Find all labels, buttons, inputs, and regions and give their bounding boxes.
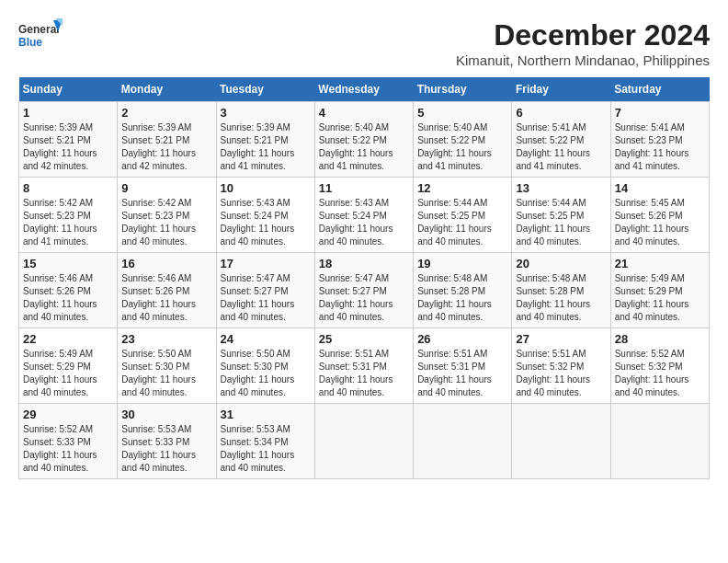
day-info: Sunrise: 5:42 AMSunset: 5:23 PMDaylight:… — [23, 198, 97, 247]
day-info: Sunrise: 5:41 AMSunset: 5:22 PMDaylight:… — [516, 122, 590, 171]
day-info: Sunrise: 5:43 AMSunset: 5:24 PMDaylight:… — [319, 198, 393, 247]
calendar-cell: 16Sunrise: 5:46 AMSunset: 5:26 PMDayligh… — [118, 253, 216, 328]
calendar-cell — [610, 404, 709, 479]
day-info: Sunrise: 5:42 AMSunset: 5:23 PMDaylight:… — [121, 198, 196, 247]
day-number: 8 — [23, 181, 113, 195]
day-info: Sunrise: 5:45 AMSunset: 5:26 PMDaylight:… — [615, 198, 689, 247]
day-number: 6 — [516, 106, 606, 120]
day-number: 3 — [221, 106, 311, 120]
day-info: Sunrise: 5:53 AMSunset: 5:34 PMDaylight:… — [221, 424, 295, 473]
calendar-cell: 28Sunrise: 5:52 AMSunset: 5:32 PMDayligh… — [610, 328, 709, 404]
calendar-row: 29Sunrise: 5:52 AMSunset: 5:33 PMDayligh… — [19, 404, 710, 479]
header-wednesday: Wednesday — [314, 77, 413, 102]
calendar-cell: 2Sunrise: 5:39 AMSunset: 5:21 PMDaylight… — [118, 102, 216, 178]
calendar-row: 1Sunrise: 5:39 AMSunset: 5:21 PMDaylight… — [19, 102, 710, 178]
calendar-cell: 21Sunrise: 5:49 AMSunset: 5:29 PMDayligh… — [610, 253, 709, 328]
day-info: Sunrise: 5:46 AMSunset: 5:26 PMDaylight:… — [121, 273, 196, 322]
day-info: Sunrise: 5:50 AMSunset: 5:30 PMDaylight:… — [221, 349, 295, 397]
calendar-cell — [512, 404, 610, 479]
day-info: Sunrise: 5:44 AMSunset: 5:25 PMDaylight:… — [516, 198, 590, 247]
calendar-cell: 10Sunrise: 5:43 AMSunset: 5:24 PMDayligh… — [216, 178, 314, 253]
day-info: Sunrise: 5:52 AMSunset: 5:32 PMDaylight:… — [615, 349, 689, 397]
day-info: Sunrise: 5:48 AMSunset: 5:28 PMDaylight:… — [417, 273, 492, 322]
calendar-cell: 15Sunrise: 5:46 AMSunset: 5:26 PMDayligh… — [19, 253, 118, 328]
day-number: 23 — [121, 332, 211, 346]
day-number: 31 — [221, 408, 311, 421]
calendar-cell: 26Sunrise: 5:51 AMSunset: 5:31 PMDayligh… — [414, 328, 512, 404]
day-info: Sunrise: 5:49 AMSunset: 5:29 PMDaylight:… — [23, 349, 97, 397]
calendar-cell: 9Sunrise: 5:42 AMSunset: 5:23 PMDaylight… — [118, 178, 216, 253]
calendar-cell: 30Sunrise: 5:53 AMSunset: 5:33 PMDayligh… — [118, 404, 216, 479]
day-number: 20 — [516, 257, 606, 270]
calendar-cell: 6Sunrise: 5:41 AMSunset: 5:22 PMDaylight… — [512, 102, 610, 178]
day-number: 26 — [417, 332, 507, 346]
day-number: 29 — [23, 408, 113, 421]
day-info: Sunrise: 5:46 AMSunset: 5:26 PMDaylight:… — [23, 273, 97, 322]
day-info: Sunrise: 5:51 AMSunset: 5:31 PMDaylight:… — [417, 349, 492, 397]
calendar-table: Sunday Monday Tuesday Wednesday Thursday… — [18, 77, 710, 479]
day-number: 15 — [23, 257, 113, 270]
calendar-row: 15Sunrise: 5:46 AMSunset: 5:26 PMDayligh… — [19, 253, 710, 328]
calendar-cell: 4Sunrise: 5:40 AMSunset: 5:22 PMDaylight… — [314, 102, 413, 178]
day-number: 21 — [615, 257, 705, 270]
day-number: 4 — [319, 106, 409, 120]
day-info: Sunrise: 5:43 AMSunset: 5:24 PMDaylight:… — [221, 198, 295, 247]
calendar-cell: 5Sunrise: 5:40 AMSunset: 5:22 PMDaylight… — [414, 102, 512, 178]
calendar-cell: 1Sunrise: 5:39 AMSunset: 5:21 PMDaylight… — [19, 102, 118, 178]
day-number: 24 — [221, 332, 311, 346]
day-number: 30 — [121, 408, 211, 421]
day-number: 5 — [417, 106, 507, 120]
day-info: Sunrise: 5:53 AMSunset: 5:33 PMDaylight:… — [121, 424, 196, 473]
calendar-cell: 24Sunrise: 5:50 AMSunset: 5:30 PMDayligh… — [216, 328, 314, 404]
calendar-cell: 7Sunrise: 5:41 AMSunset: 5:23 PMDaylight… — [610, 102, 709, 178]
day-info: Sunrise: 5:44 AMSunset: 5:25 PMDaylight:… — [417, 198, 492, 247]
calendar-cell: 14Sunrise: 5:45 AMSunset: 5:26 PMDayligh… — [610, 178, 709, 253]
day-info: Sunrise: 5:40 AMSunset: 5:22 PMDaylight:… — [319, 122, 393, 171]
day-info: Sunrise: 5:50 AMSunset: 5:30 PMDaylight:… — [121, 349, 196, 397]
page-header: General Blue December 2024 Kimanuit, Nor… — [18, 18, 710, 68]
day-number: 7 — [615, 106, 705, 120]
day-number: 16 — [121, 257, 211, 270]
calendar-cell: 29Sunrise: 5:52 AMSunset: 5:33 PMDayligh… — [19, 404, 118, 479]
calendar-cell — [414, 404, 512, 479]
calendar-cell: 8Sunrise: 5:42 AMSunset: 5:23 PMDaylight… — [19, 178, 118, 253]
day-info: Sunrise: 5:47 AMSunset: 5:27 PMDaylight:… — [221, 273, 295, 322]
calendar-cell: 25Sunrise: 5:51 AMSunset: 5:31 PMDayligh… — [314, 328, 413, 404]
header-tuesday: Tuesday — [216, 77, 314, 102]
calendar-header-row: Sunday Monday Tuesday Wednesday Thursday… — [19, 77, 710, 102]
calendar-cell: 18Sunrise: 5:47 AMSunset: 5:27 PMDayligh… — [314, 253, 413, 328]
day-number: 28 — [615, 332, 705, 346]
day-number: 18 — [319, 257, 409, 270]
page-subtitle: Kimanuit, Northern Mindanao, Philippines — [456, 52, 710, 68]
day-number: 19 — [417, 257, 507, 270]
day-info: Sunrise: 5:39 AMSunset: 5:21 PMDaylight:… — [23, 122, 97, 171]
header-sunday: Sunday — [19, 77, 118, 102]
calendar-cell: 11Sunrise: 5:43 AMSunset: 5:24 PMDayligh… — [314, 178, 413, 253]
day-number: 14 — [615, 181, 705, 195]
day-info: Sunrise: 5:40 AMSunset: 5:22 PMDaylight:… — [417, 122, 492, 171]
calendar-cell: 19Sunrise: 5:48 AMSunset: 5:28 PMDayligh… — [414, 253, 512, 328]
logo: General Blue — [18, 18, 64, 60]
day-info: Sunrise: 5:52 AMSunset: 5:33 PMDaylight:… — [23, 424, 97, 473]
day-number: 10 — [221, 181, 311, 195]
day-info: Sunrise: 5:47 AMSunset: 5:27 PMDaylight:… — [319, 273, 393, 322]
calendar-cell: 22Sunrise: 5:49 AMSunset: 5:29 PMDayligh… — [19, 328, 118, 404]
day-number: 1 — [23, 106, 113, 120]
calendar-cell: 3Sunrise: 5:39 AMSunset: 5:21 PMDaylight… — [216, 102, 314, 178]
logo-svg: General Blue — [18, 18, 64, 60]
day-info: Sunrise: 5:49 AMSunset: 5:29 PMDaylight:… — [615, 273, 689, 322]
svg-text:General: General — [18, 23, 60, 36]
day-number: 25 — [319, 332, 409, 346]
header-saturday: Saturday — [610, 77, 709, 102]
calendar-cell: 31Sunrise: 5:53 AMSunset: 5:34 PMDayligh… — [216, 404, 314, 479]
day-number: 12 — [417, 181, 507, 195]
calendar-cell: 13Sunrise: 5:44 AMSunset: 5:25 PMDayligh… — [512, 178, 610, 253]
day-info: Sunrise: 5:39 AMSunset: 5:21 PMDaylight:… — [221, 122, 295, 171]
calendar-row: 8Sunrise: 5:42 AMSunset: 5:23 PMDaylight… — [19, 178, 710, 253]
header-monday: Monday — [118, 77, 216, 102]
title-area: December 2024 Kimanuit, Northern Mindana… — [456, 18, 710, 68]
header-friday: Friday — [512, 77, 610, 102]
day-number: 17 — [221, 257, 311, 270]
day-info: Sunrise: 5:41 AMSunset: 5:23 PMDaylight:… — [615, 122, 689, 171]
day-number: 11 — [319, 181, 409, 195]
